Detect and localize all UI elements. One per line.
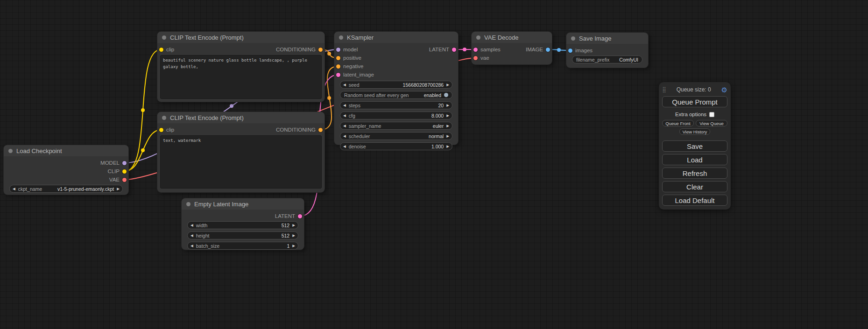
latent-image-input-port[interactable] (336, 73, 340, 77)
graph-canvas[interactable]: Load Checkpoint MODEL CLIP VAE ◀ ckpt_na… (0, 0, 868, 329)
widget-scheduler[interactable]: ◀ scheduler normal ▶ (340, 132, 452, 140)
output-label: MODEL (100, 160, 120, 166)
node-title-bar[interactable]: Load Checkpoint (4, 145, 128, 156)
toggle-dot-icon[interactable] (444, 93, 448, 97)
node-title-bar[interactable]: CLIP Text Encode (Prompt) (157, 32, 325, 43)
prev-arrow-icon[interactable]: ◀ (10, 185, 18, 192)
collapse-dot-icon[interactable] (162, 35, 166, 40)
save-button[interactable]: Save (662, 140, 727, 152)
vae-output-port[interactable] (122, 178, 127, 182)
increment-arrow-icon[interactable]: ▶ (444, 143, 452, 150)
widget-filename-prefix[interactable]: filename_prefix ComfyUI (572, 56, 642, 63)
settings-gear-icon[interactable]: ⚙ (721, 86, 727, 93)
conditioning-output-port[interactable] (318, 48, 323, 52)
node-clip-text-encode-positive[interactable]: CLIP Text Encode (Prompt) clip CONDITION… (157, 32, 325, 102)
node-save-image[interactable]: Save Image images filename_prefix ComfyU… (566, 33, 648, 68)
widget-height[interactable]: ◀ height 512 ▶ (187, 231, 298, 239)
widget-batch-size[interactable]: ◀ batch_size 1 ▶ (187, 242, 298, 250)
clip-output-port[interactable] (122, 169, 127, 174)
input-label: latent_image (343, 72, 374, 77)
decrement-arrow-icon[interactable]: ◀ (340, 112, 349, 119)
view-history-button[interactable]: View History (679, 128, 710, 135)
samples-input-port[interactable] (473, 48, 478, 52)
widget-width[interactable]: ◀ width 512 ▶ (187, 221, 298, 229)
increment-arrow-icon[interactable]: ▶ (289, 232, 298, 239)
increment-arrow-icon[interactable]: ▶ (289, 222, 298, 229)
decrement-arrow-icon[interactable]: ◀ (188, 222, 196, 229)
widget-cfg[interactable]: ◀ cfg 8.000 ▶ (340, 112, 452, 119)
widget-denoise[interactable]: ◀ denoise 1.000 ▶ (340, 142, 452, 150)
increment-arrow-icon[interactable]: ▶ (444, 81, 452, 88)
decrement-arrow-icon[interactable]: ◀ (340, 81, 349, 88)
node-clip-text-encode-negative[interactable]: CLIP Text Encode (Prompt) clip CONDITION… (157, 112, 325, 192)
increment-arrow-icon[interactable]: ▶ (444, 112, 452, 119)
prev-arrow-icon[interactable]: ◀ (340, 133, 349, 140)
clip-input-port[interactable] (159, 128, 163, 132)
collapse-dot-icon[interactable] (186, 202, 191, 206)
vae-input-port[interactable] (473, 56, 478, 60)
node-vae-decode[interactable]: VAE Decode samples IMAGE vae (472, 32, 552, 64)
widget-seed[interactable]: ◀ seed 156680208700286 ▶ (340, 81, 452, 89)
clear-button[interactable]: Clear (662, 181, 727, 192)
output-label: IMAGE (526, 47, 543, 52)
images-input-port[interactable] (568, 49, 572, 53)
refresh-button[interactable]: Refresh (662, 168, 727, 179)
positive-prompt-textarea[interactable]: beautiful scenery nature glass bottle la… (160, 55, 322, 99)
node-load-checkpoint[interactable]: Load Checkpoint MODEL CLIP VAE ◀ ckpt_na… (4, 145, 128, 195)
positive-input-port[interactable] (336, 56, 340, 60)
decrement-arrow-icon[interactable]: ◀ (188, 232, 196, 239)
negative-prompt-textarea[interactable]: text, watermark (160, 135, 322, 189)
decrement-arrow-icon[interactable]: ◀ (340, 143, 349, 150)
model-input-port[interactable] (336, 48, 340, 52)
slot-row-images: images (566, 46, 648, 55)
drag-handle-icon[interactable]: ⣿ (662, 87, 666, 92)
load-button[interactable]: Load (662, 154, 727, 165)
next-arrow-icon[interactable]: ▶ (444, 133, 452, 140)
model-output-port[interactable] (122, 161, 127, 165)
load-default-button[interactable]: Load Default (662, 195, 727, 206)
output-label: CLIP (107, 168, 120, 174)
node-title-bar[interactable]: CLIP Text Encode (Prompt) (157, 112, 325, 123)
widget-ckpt-name[interactable]: ◀ ckpt_name v1-5-pruned-emaonly.ckpt ▶ (9, 185, 123, 193)
increment-arrow-icon[interactable]: ▶ (289, 242, 298, 249)
input-label: clip (166, 127, 174, 133)
extra-options-checkbox[interactable] (709, 112, 714, 117)
node-empty-latent-image[interactable]: Empty Latent Image LATENT ◀ width 512 ▶ … (182, 198, 304, 250)
input-label: images (575, 48, 593, 53)
queue-prompt-button[interactable]: Queue Prompt (662, 96, 727, 107)
collapse-dot-icon[interactable] (162, 116, 166, 120)
latent-output-port[interactable] (452, 48, 456, 52)
widget-sampler-name[interactable]: ◀ sampler_name euler ▶ (340, 122, 452, 130)
latent-output-port[interactable] (298, 214, 302, 218)
next-arrow-icon[interactable]: ▶ (114, 185, 122, 192)
widget-random-seed-toggle[interactable]: Random seed after every gen enabled (340, 91, 452, 99)
clip-input-port[interactable] (159, 48, 163, 52)
slot-row-model: model LATENT (334, 45, 458, 54)
node-ksampler[interactable]: KSampler model LATENT positive negative … (334, 32, 458, 145)
widget-steps[interactable]: ◀ steps 20 ▶ (340, 101, 452, 109)
input-label: model (343, 47, 358, 52)
image-output-port[interactable] (546, 48, 550, 52)
node-title-label: VAE Decode (484, 34, 518, 41)
node-title-bar[interactable]: Save Image (566, 33, 648, 44)
collapse-dot-icon[interactable] (476, 35, 480, 40)
queue-front-button[interactable]: Queue Front (662, 120, 694, 126)
collapse-dot-icon[interactable] (571, 36, 575, 41)
collapse-dot-icon[interactable] (8, 149, 13, 153)
output-label: CONDITIONING (276, 47, 316, 52)
node-title-bar[interactable]: VAE Decode (472, 32, 552, 43)
view-queue-button[interactable]: View Queue (696, 120, 727, 126)
input-label: vae (480, 55, 489, 61)
increment-arrow-icon[interactable]: ▶ (444, 102, 452, 109)
node-title-bar[interactable]: KSampler (334, 32, 458, 43)
node-title-bar[interactable]: Empty Latent Image (182, 198, 304, 210)
decrement-arrow-icon[interactable]: ◀ (188, 242, 196, 249)
negative-input-port[interactable] (336, 64, 340, 69)
conditioning-output-port[interactable] (318, 128, 323, 132)
slot-row-latent-image: latent_image (334, 70, 458, 79)
decrement-arrow-icon[interactable]: ◀ (340, 102, 349, 109)
input-label: positive (343, 55, 361, 61)
prev-arrow-icon[interactable]: ◀ (340, 122, 349, 129)
collapse-dot-icon[interactable] (339, 35, 343, 40)
next-arrow-icon[interactable]: ▶ (444, 122, 452, 129)
